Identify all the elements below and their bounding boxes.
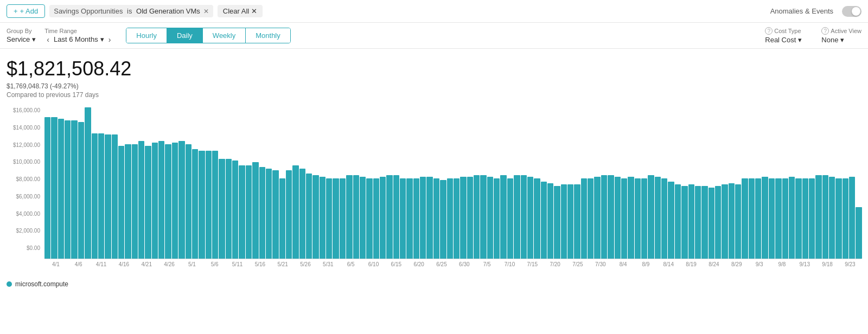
bar[interactable]	[843, 178, 848, 259]
bar[interactable]	[386, 175, 392, 259]
bar[interactable]	[192, 149, 198, 259]
bar[interactable]	[333, 178, 339, 259]
bar[interactable]	[440, 180, 446, 259]
bar[interactable]	[413, 178, 419, 259]
bar[interactable]	[460, 177, 466, 259]
bar[interactable]	[219, 159, 225, 259]
bar[interactable]	[71, 120, 77, 259]
bar[interactable]	[239, 165, 245, 259]
bar[interactable]	[789, 177, 795, 259]
bar[interactable]	[621, 178, 627, 259]
bar[interactable]	[373, 178, 379, 259]
bar[interactable]	[406, 178, 412, 259]
bar[interactable]	[266, 169, 272, 259]
bar[interactable]	[65, 120, 71, 259]
bar[interactable]	[51, 117, 57, 259]
clear-all-button[interactable]: Clear All ✕	[218, 5, 263, 17]
bar[interactable]	[688, 184, 694, 259]
bar[interactable]	[541, 182, 547, 259]
bar[interactable]	[608, 175, 614, 259]
bar[interactable]	[829, 177, 835, 259]
bar[interactable]	[292, 165, 298, 259]
bar[interactable]	[648, 175, 654, 259]
bar[interactable]	[393, 175, 399, 259]
bar[interactable]	[92, 133, 98, 259]
bar[interactable]	[655, 177, 661, 259]
bar[interactable]	[722, 184, 727, 259]
bar[interactable]	[487, 177, 493, 259]
bar[interactable]	[661, 178, 667, 259]
bar[interactable]	[199, 151, 205, 259]
bar[interactable]	[749, 178, 755, 259]
bar[interactable]	[554, 186, 560, 259]
bar[interactable]	[729, 183, 735, 259]
bar[interactable]	[615, 177, 621, 259]
bar[interactable]	[259, 167, 265, 259]
bar[interactable]	[695, 186, 701, 259]
time-range-prev-icon[interactable]: ‹	[44, 35, 52, 44]
tab-weekly[interactable]: Weekly	[203, 28, 246, 43]
tab-monthly[interactable]: Monthly	[246, 28, 290, 43]
bar[interactable]	[856, 207, 861, 259]
bar[interactable]	[567, 184, 573, 259]
bar[interactable]	[112, 134, 118, 259]
bar[interactable]	[715, 186, 721, 259]
bar[interactable]	[320, 177, 326, 259]
bar[interactable]	[514, 175, 520, 259]
bar[interactable]	[762, 177, 768, 259]
bar[interactable]	[98, 133, 104, 259]
bar[interactable]	[480, 175, 486, 259]
bar[interactable]	[226, 159, 232, 259]
bar[interactable]	[742, 178, 748, 259]
bar[interactable]	[735, 184, 741, 259]
bar[interactable]	[232, 160, 238, 259]
tab-daily[interactable]: Daily	[167, 28, 203, 43]
bar[interactable]	[346, 175, 352, 259]
bar[interactable]	[641, 178, 647, 259]
bar[interactable]	[675, 184, 681, 259]
anomalies-toggle[interactable]	[842, 6, 861, 17]
bar[interactable]	[822, 175, 828, 259]
bar[interactable]	[709, 188, 714, 259]
add-button[interactable]: + + Add	[7, 4, 45, 18]
bar[interactable]	[581, 178, 587, 259]
bar[interactable]	[44, 117, 50, 259]
bar[interactable]	[299, 169, 305, 259]
bar[interactable]	[206, 151, 212, 259]
bar[interactable]	[246, 165, 252, 259]
bar[interactable]	[494, 178, 500, 259]
active-view-select[interactable]: None ▾	[821, 36, 861, 44]
bar[interactable]	[601, 175, 607, 259]
bar[interactable]	[433, 178, 439, 259]
bar[interactable]	[500, 175, 506, 259]
time-range-select[interactable]: Last 6 Months ▾	[54, 35, 104, 43]
bar[interactable]	[178, 141, 184, 259]
bar[interactable]	[252, 162, 258, 259]
bar[interactable]	[561, 184, 567, 259]
bar[interactable]	[454, 178, 459, 259]
bar[interactable]	[152, 143, 158, 259]
bar[interactable]	[815, 175, 821, 259]
bar[interactable]	[594, 177, 600, 259]
bar[interactable]	[809, 178, 815, 259]
bar[interactable]	[574, 184, 580, 259]
bar[interactable]	[521, 175, 527, 259]
bar[interactable]	[426, 177, 432, 259]
bar[interactable]	[775, 178, 781, 259]
bar[interactable]	[366, 178, 372, 259]
bar[interactable]	[420, 177, 426, 259]
bar[interactable]	[118, 146, 124, 259]
bar[interactable]	[588, 178, 593, 259]
bar[interactable]	[272, 170, 278, 259]
filter-close-icon[interactable]: ✕	[203, 8, 209, 15]
cost-type-info-icon[interactable]: ?	[765, 27, 773, 35]
bar[interactable]	[172, 143, 178, 259]
bar[interactable]	[782, 178, 788, 259]
bar[interactable]	[85, 107, 91, 259]
bar[interactable]	[849, 177, 855, 259]
bar[interactable]	[326, 178, 332, 259]
cost-type-select[interactable]: Real Cost ▾	[765, 36, 802, 44]
bar[interactable]	[306, 174, 312, 259]
bar[interactable]	[212, 151, 218, 259]
bar[interactable]	[145, 146, 151, 259]
